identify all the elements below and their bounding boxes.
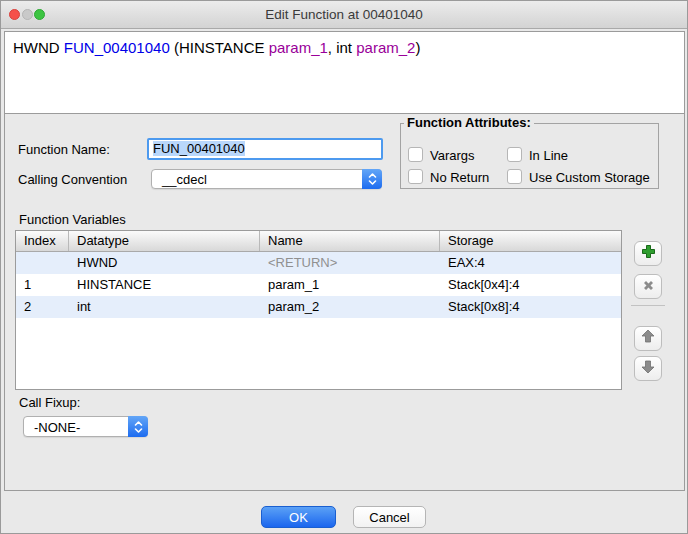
cell-name: <RETURN> [260, 252, 440, 274]
arrow-up-icon [641, 329, 655, 348]
no-return-checkbox[interactable] [408, 169, 423, 184]
signature-param-1: param_1 [269, 39, 328, 56]
function-name-selected-text: FUN_00401040 [153, 141, 245, 156]
add-variable-button[interactable] [634, 241, 662, 266]
inline-label: In Line [529, 148, 568, 163]
delete-variable-button[interactable] [634, 274, 662, 299]
table-row-return[interactable]: HWND <RETURN> EAX:4 [16, 252, 621, 274]
varargs-label: Varargs [430, 148, 475, 163]
calling-convention-label: Calling Convention [18, 172, 127, 187]
function-variables-table: Index Datatype Name Storage HWND <RETURN… [15, 230, 622, 390]
function-name-label: Function Name: [18, 142, 110, 157]
signature-text: , int [328, 39, 356, 56]
function-attributes-title: Function Attributes: [404, 115, 534, 130]
call-fixup-label: Call Fixup: [19, 395, 80, 410]
function-variables-label: Function Variables [19, 212, 126, 227]
table-header-row: Index Datatype Name Storage [16, 231, 621, 252]
call-fixup-value: -NONE- [34, 419, 80, 434]
move-variable-up-button[interactable] [634, 326, 662, 351]
plus-icon [641, 244, 656, 263]
table-row-param-2[interactable]: 2 int param_2 Stack[0x8]:4 [16, 296, 621, 318]
updown-chevrons-icon [128, 416, 148, 437]
cancel-button[interactable]: Cancel [353, 506, 426, 528]
use-custom-storage-label: Use Custom Storage [529, 170, 650, 185]
cell-datatype: HWND [69, 252, 260, 274]
call-fixup-select[interactable]: -NONE- [23, 416, 148, 437]
x-icon [642, 278, 655, 296]
varargs-checkbox[interactable] [408, 147, 423, 162]
move-variable-down-button[interactable] [634, 356, 662, 381]
arrow-down-icon [641, 359, 655, 378]
use-custom-storage-checkbox[interactable] [507, 169, 522, 184]
function-signature-textarea[interactable]: HWND FUN_00401040 (HINSTANCE param_1, in… [4, 31, 685, 114]
updown-chevrons-icon [362, 169, 382, 189]
table-row-param-1[interactable]: 1 HINSTANCE param_1 Stack[0x4]:4 [16, 274, 621, 296]
signature-text: (HINSTANCE [170, 39, 269, 56]
cell-index: 1 [16, 274, 69, 296]
cell-index: 2 [16, 296, 69, 318]
column-header-index[interactable]: Index [16, 231, 69, 251]
ok-button[interactable]: OK [261, 506, 336, 528]
signature-return-type: HWND [13, 39, 64, 56]
cell-name: param_2 [260, 296, 440, 318]
cell-storage: EAX:4 [440, 252, 621, 274]
window-title: Edit Function at 00401040 [1, 7, 687, 22]
signature-text: ) [415, 39, 420, 56]
cell-datatype: HINSTANCE [69, 274, 260, 296]
column-header-storage[interactable]: Storage [440, 231, 621, 251]
side-buttons-divider [631, 305, 665, 306]
function-name-input[interactable]: FUN_00401040 [147, 138, 383, 160]
column-header-name[interactable]: Name [260, 231, 440, 251]
signature-function-name: FUN_00401040 [64, 39, 170, 56]
signature-param-2: param_2 [356, 39, 415, 56]
calling-convention-select[interactable]: __cdecl [151, 169, 382, 189]
calling-convention-value: __cdecl [162, 172, 207, 187]
inline-checkbox[interactable] [507, 147, 522, 162]
cell-datatype: int [69, 296, 260, 318]
edit-function-dialog: Edit Function at 00401040 HWND FUN_00401… [0, 0, 688, 534]
cell-storage: Stack[0x4]:4 [440, 274, 621, 296]
cell-name: param_1 [260, 274, 440, 296]
title-bar: Edit Function at 00401040 [1, 1, 687, 29]
cell-index [16, 252, 69, 274]
column-header-datatype[interactable]: Datatype [69, 231, 260, 251]
no-return-label: No Return [430, 170, 489, 185]
cell-storage: Stack[0x8]:4 [440, 296, 621, 318]
